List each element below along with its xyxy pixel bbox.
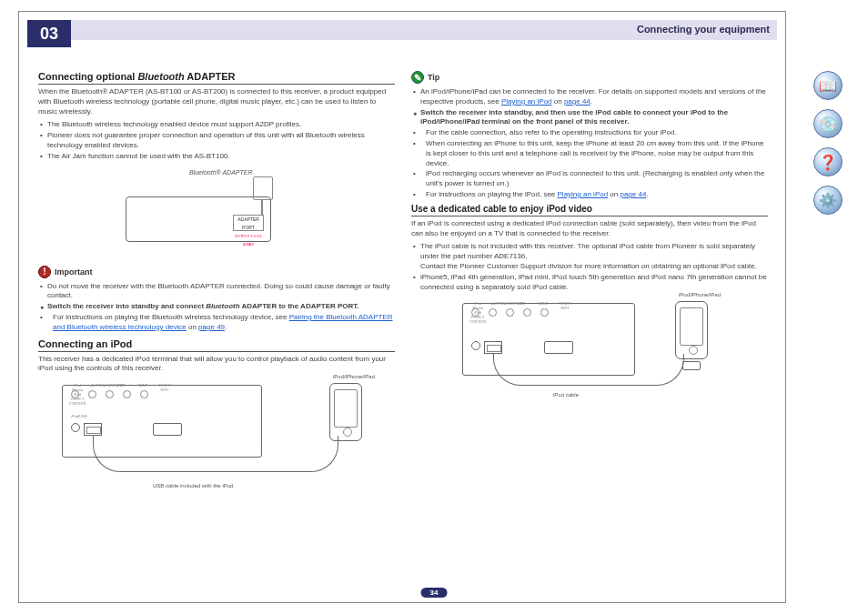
usb-cable (93, 436, 338, 472)
tip-icon: ✎ (411, 71, 424, 84)
tip-mid: on (552, 97, 564, 106)
dock-connector (682, 361, 701, 370)
usb-port (84, 423, 102, 436)
important-bullet-link: For instructions on playing the Bluetoot… (38, 313, 395, 333)
port-dots (71, 390, 148, 398)
heading-bluetooth: Connecting optional Bluetooth ADAPTER (38, 71, 395, 85)
adapter-port: ADAPTER PORT OUTPUT 5 V 0.1 A MAX (233, 215, 264, 231)
tip-bold: Switch the receiver into standby, and th… (411, 108, 768, 128)
important-bullet: Do not move the receiver with the Blueto… (38, 282, 395, 302)
tip-bullet: When connecting an iPhone to this unit, … (411, 139, 768, 168)
tip3-mid: on (608, 190, 620, 198)
cable-label: USB cable included with the iPod (153, 483, 233, 488)
left-column: Connecting optional Bluetooth ADAPTER Wh… (38, 65, 395, 587)
adapter-module (253, 176, 273, 200)
port-dots-2 (471, 308, 549, 317)
nav-settings-icon[interactable]: ⚙️ (813, 186, 843, 215)
usb-label: iPod/USB (71, 414, 86, 418)
hdmi-port-2 (544, 341, 573, 354)
heading-dedicated-cable: Use a dedicated cable to enjoy iPod vide… (411, 204, 768, 216)
tip-pre: An iPod/iPhone/iPad can be connected to … (420, 87, 766, 106)
link-page49[interactable]: page 49 (198, 323, 225, 331)
bluetooth-bullets: The Bluetooth wireless technology enable… (38, 119, 395, 161)
adapter-label: Bluetooth® ADAPTER (189, 169, 252, 176)
imp-link-pre: For instructions on playing the Bluetoot… (53, 313, 289, 321)
important-header: ! Important (38, 266, 395, 278)
tip-bullet: iPod recharging occurs whenever an iPod … (411, 169, 768, 189)
ipod-usb-diagram: iPod iPhone iPad DIRECT CONTROLAUTO/ALC/… (53, 379, 380, 488)
ipod-device (329, 383, 362, 441)
tip-bullet-link: For instructions on playing the iPod, se… (411, 190, 768, 200)
ded-b1: The iPod cable is not included with this… (420, 242, 755, 260)
tip-bullet: An iPod/iPhone/iPad can be connected to … (411, 87, 768, 107)
link-page44-2[interactable]: page 44 (620, 190, 646, 198)
bt-bullet: The Air Jam function cannot be used with… (38, 152, 395, 162)
right-column: ✎ Tip An iPod/iPhone/iPad can be connect… (411, 65, 768, 587)
usb-port-2 (484, 341, 502, 354)
tip-label: Tip (428, 73, 439, 82)
heading-ipod: Connecting an iPod (38, 338, 395, 352)
link-playing-ipod-2[interactable]: Playing an iPod (558, 190, 609, 198)
tip-header: ✎ Tip (411, 71, 768, 84)
phone-label: iPod/iPhone/iPad (333, 374, 375, 379)
nav-equipment-icon[interactable]: 💿 (813, 109, 843, 138)
adapter-port-label: ADAPTER PORT (234, 216, 263, 232)
side-nav-icons: 📖 💿 ❓ ⚙️ (806, 71, 850, 215)
hdmi-port (153, 423, 182, 436)
ded-bullet: The iPod cable is not included with this… (411, 242, 768, 271)
chapter-title: Connecting your equipment (637, 24, 770, 35)
ipod-cable-diagram: iPod iPhone iPad DIRECT CONTROLAUTO/ALC/… (453, 297, 726, 407)
bluetooth-intro: When the Bluetooth® ADAPTER (AS-BT100 or… (38, 87, 395, 116)
page-number: 34 (421, 588, 448, 598)
ipod-cable-path (493, 354, 684, 386)
important-bold: Switch the receiver into standby and con… (38, 302, 395, 312)
tip-bullet: For the cable connection, also refer to … (411, 128, 768, 138)
nav-book-icon[interactable]: 📖 (813, 71, 843, 100)
ded-b1b: Contact the Pioneer Customer Support div… (420, 262, 757, 270)
bt-bullet: Pioneer does not guarantee proper connec… (38, 131, 395, 151)
phone-label-2: iPod/iPhone/iPad (679, 292, 721, 297)
link-page44[interactable]: page 44 (564, 97, 590, 106)
imp-link-mid: on (187, 323, 198, 331)
bluetooth-adapter-diagram: Bluetooth® ADAPTER ADAPTER PORT OUTPUT 5… (116, 169, 317, 260)
important-label: Important (55, 267, 93, 277)
tip3-pre: For instructions on playing the iPod, se… (426, 190, 558, 198)
important-icon: ! (38, 266, 51, 278)
nav-help-icon[interactable]: ❓ (813, 147, 843, 176)
adapter-voltage: OUTPUT 5 V 0.1 A MAX (234, 232, 263, 248)
ipod-intro: This receiver has a dedicated iPod termi… (38, 355, 395, 375)
ded-bullet: iPhone5, iPad 4th generation, iPad mini,… (411, 273, 768, 293)
dedicated-intro: If an iPod is connected using a dedicate… (411, 219, 768, 239)
link-playing-ipod[interactable]: Playing an iPod (501, 97, 552, 106)
bt-bullet: The Bluetooth wireless technology enable… (38, 120, 395, 130)
ipod-cable-label: iPod cable (553, 392, 579, 398)
chapter-badge: 03 (27, 20, 71, 47)
ipod-device-2 (675, 301, 708, 359)
